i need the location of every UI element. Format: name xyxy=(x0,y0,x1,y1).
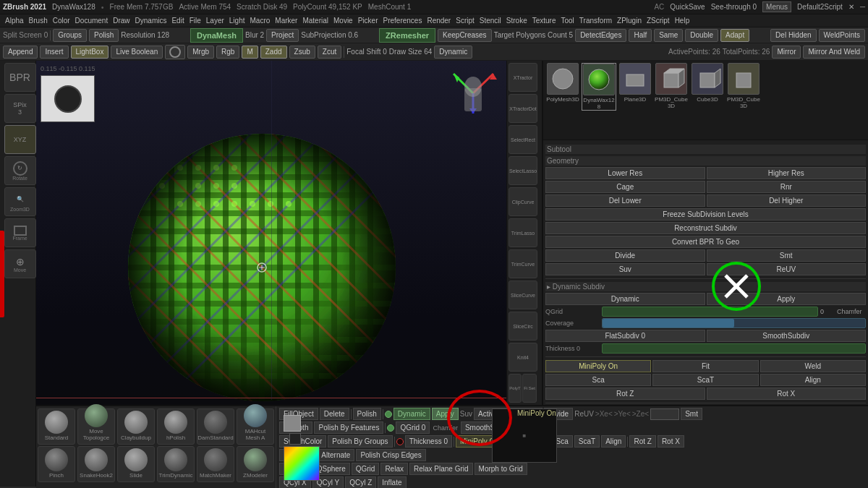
cage-btn[interactable]: Cage xyxy=(545,181,705,193)
rgb-btn[interactable]: Rgb xyxy=(216,46,239,59)
menu-transform[interactable]: Transform xyxy=(577,17,614,25)
select-rect-btn[interactable]: SelectRect xyxy=(509,125,537,154)
qgrid-btn[interactable]: QGrid xyxy=(352,463,380,475)
sca-btn[interactable]: Sca xyxy=(545,374,651,386)
thumb-cube3d[interactable]: Cube3D xyxy=(690,63,725,103)
trim-curve-btn[interactable]: TrimCurve xyxy=(509,249,537,278)
qgrid-slider[interactable] xyxy=(602,307,818,317)
slice-curve-btn[interactable]: SliceCurve xyxy=(509,281,537,309)
menu-light[interactable]: Light xyxy=(227,17,247,25)
reconstruct-subdiv-btn[interactable]: Reconstruct Subdiv xyxy=(545,222,866,234)
scalt-row3-btn[interactable]: ScaT xyxy=(574,435,600,448)
gradient-picker[interactable] xyxy=(284,446,320,481)
thumb-pm3d-cube-bot[interactable]: PM3D_Cube3D xyxy=(726,63,761,109)
menu-dynamics[interactable]: Dynamics xyxy=(133,17,169,25)
project-btn[interactable]: Project xyxy=(266,29,299,42)
dynamic-btn2[interactable]: Dynamic xyxy=(545,293,705,305)
menu-edit[interactable]: Edit xyxy=(169,17,186,25)
qcyl-z-btn[interactable]: QCyl Z xyxy=(345,476,376,488)
menu-movie[interactable]: Movie xyxy=(331,17,355,25)
apply-btn[interactable]: Apply xyxy=(707,293,867,305)
menu-color[interactable]: Color xyxy=(51,17,72,25)
move-topo-brush[interactable]: Move Topologce xyxy=(77,408,115,445)
menu-texture[interactable]: Texture xyxy=(530,17,558,25)
menu-stroke[interactable]: Stroke xyxy=(504,17,529,25)
rot-z-row3-btn[interactable]: Rot Z xyxy=(629,435,655,448)
mirror-btn[interactable]: Mirror xyxy=(772,46,801,59)
polish-groups-btn[interactable]: Polish By Groups xyxy=(328,435,392,448)
dynamic-popup-btn[interactable]: Dynamic xyxy=(393,408,430,420)
smt-btn[interactable]: Smt xyxy=(707,249,867,262)
slide-brush[interactable]: Slide xyxy=(117,446,155,482)
detect-edges-btn[interactable]: DetectEdges xyxy=(575,29,626,42)
lightbox-btn[interactable]: LightBox xyxy=(71,46,109,59)
menu-marker[interactable]: Marker xyxy=(273,17,299,25)
match-maker-brush[interactable]: MatchMaker xyxy=(197,446,234,482)
menu-alpha[interactable]: Alpha xyxy=(3,17,26,25)
knit4-btn[interactable]: Knit4 xyxy=(509,343,537,372)
pinch-brush[interactable]: Pinch xyxy=(38,446,75,482)
higher-res-btn[interactable]: Higher Res xyxy=(707,167,867,179)
primary-color-swatch[interactable] xyxy=(284,415,301,432)
slice-circ-btn[interactable]: SliceCirc xyxy=(509,312,537,341)
mirror-weld-btn[interactable]: Mirror And Weld xyxy=(803,46,865,59)
mahcut-mesh-brush[interactable]: MAHcut Mesh A xyxy=(237,408,274,445)
fi-set-btn[interactable]: Fi Set xyxy=(522,374,537,403)
clip-curve-btn[interactable]: ClipCurve xyxy=(509,187,537,216)
menu-zplugin[interactable]: ZPlugin xyxy=(615,17,644,25)
default-script[interactable]: Default2Script xyxy=(797,3,843,11)
xtractor-dot-btn[interactable]: XTractorDot xyxy=(509,94,537,123)
rot-z-btn[interactable]: Rot Z xyxy=(545,388,705,400)
live-boolean-btn[interactable]: Live Boolean xyxy=(111,46,163,59)
mrgb-btn[interactable]: Mrgb xyxy=(187,46,214,59)
menu-help[interactable]: Help xyxy=(673,17,692,25)
menu-document[interactable]: Document xyxy=(73,17,111,25)
menu-picker[interactable]: Picker xyxy=(356,17,380,25)
menu-material[interactable]: Material xyxy=(300,17,331,25)
menu-file[interactable]: File xyxy=(187,17,203,25)
thumb-pm3d-cube-top[interactable]: PM3D_Cube3D xyxy=(654,63,689,109)
menu-macro[interactable]: Macro xyxy=(248,17,273,25)
relax-plane-btn[interactable]: Relax Plane Grid xyxy=(409,463,473,475)
polish-features-btn[interactable]: Polish By Features xyxy=(314,421,383,434)
menu-preferences[interactable]: Preferences xyxy=(380,17,424,25)
smt-popup-btn[interactable]: Smt xyxy=(681,408,702,420)
apply-popup-btn[interactable]: Apply xyxy=(432,408,459,420)
xyz-tool[interactable]: XYZ xyxy=(4,125,36,154)
bpr-tool[interactable]: BPR xyxy=(4,63,36,92)
minipoly-on-btn[interactable]: MiniPoly On xyxy=(545,360,651,372)
zsub-btn[interactable]: Zsub xyxy=(289,46,315,59)
zmodeler-brush[interactable]: ZModeler xyxy=(237,446,274,482)
dynamesh-btn[interactable]: DynaMesh xyxy=(190,28,243,43)
zremesher-btn[interactable]: ZRemesher xyxy=(379,28,435,43)
spix-tool[interactable]: SPix 3 xyxy=(4,94,36,123)
half-btn[interactable]: Half xyxy=(629,29,652,42)
menu-render[interactable]: Render xyxy=(425,17,453,25)
thumb-polymesh3d[interactable]: PolyMesh3D xyxy=(545,63,580,103)
freeze-sub-btn[interactable]: Freeze SubDivision Levels xyxy=(545,208,866,221)
zadd-btn[interactable]: Zadd xyxy=(260,46,287,59)
thickness-slider[interactable] xyxy=(602,343,866,354)
menu-stencil[interactable]: Stencil xyxy=(477,17,503,25)
align-btn[interactable]: Align xyxy=(760,374,866,386)
alternate-btn[interactable]: Alternate xyxy=(317,449,354,461)
smooth-subdiv-btn[interactable]: SmoothSubdiv xyxy=(707,330,867,342)
qgrid-row2-btn[interactable]: QGrid 0 xyxy=(396,421,430,434)
thickness-row3-btn[interactable]: Thickness 0 xyxy=(405,435,452,448)
delete-btn[interactable]: Delete xyxy=(320,408,349,420)
scale-t-btn[interactable]: ScaT xyxy=(652,374,758,386)
suv-btn[interactable]: Suv xyxy=(545,263,705,275)
hpolish-brush[interactable]: hPolish xyxy=(157,408,195,445)
dam-standard-brush[interactable]: DamStandard xyxy=(197,408,234,445)
polish-menu-btn[interactable]: Polish xyxy=(353,408,381,420)
relax-btn[interactable]: Relax xyxy=(380,463,408,475)
flat-subdiv-btn[interactable]: FlatSubdiv 0 xyxy=(545,330,705,342)
rotate-tool[interactable]: ↻ Rotate xyxy=(4,156,36,185)
polish-crisp-btn[interactable]: Polish Crisp Edges xyxy=(356,449,425,461)
see-through[interactable]: See-through 0 xyxy=(711,3,757,11)
append-btn[interactable]: Append xyxy=(3,46,38,59)
redistribute-area[interactable] xyxy=(650,408,679,420)
fit-btn[interactable]: Fit xyxy=(652,360,758,372)
same-btn[interactable]: Same xyxy=(654,29,683,42)
keep-creases-btn[interactable]: KeepCreases xyxy=(438,29,492,42)
